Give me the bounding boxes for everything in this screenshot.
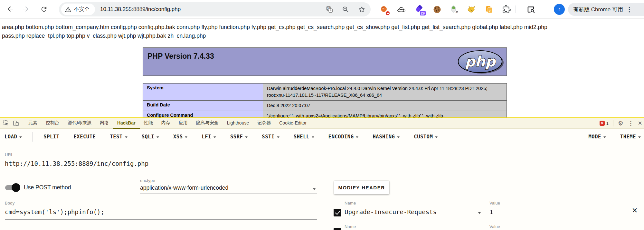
extension-icon-cookie[interactable] (432, 4, 442, 15)
extension-count-badge: 29 (419, 10, 426, 16)
url-field-input[interactable]: http://10.11.38.255:8889/inc/config.php (5, 160, 148, 167)
enctype-dropdown-arrow-icon[interactable] (313, 188, 316, 190)
header-name-label: Name (345, 224, 356, 229)
back-arrow-icon (6, 5, 14, 13)
chevron-down-icon (397, 136, 400, 138)
tab-sources[interactable]: 源代码/来源 (63, 118, 96, 129)
address-bar[interactable]: 不安全 10.11.38.255:8889/inc/config.php G (59, 2, 371, 16)
menu-xss[interactable]: XSS (173, 134, 188, 140)
error-x-icon: ✕ (600, 121, 605, 126)
header-name-select[interactable]: Upgrade-Insecure-Requests (345, 208, 437, 215)
body-field-input[interactable]: cmd=system('ls');phpinfo(); (5, 208, 104, 215)
url-field-underline (5, 171, 639, 171)
extension-icon-js-toggle[interactable]: JS (449, 4, 459, 15)
devtools-settings-button[interactable]: ⚙ (618, 120, 623, 127)
back-button[interactable] (4, 3, 17, 15)
browser-menu-kebab-icon[interactable]: ⋮ (626, 6, 632, 13)
devtools-menu-kebab-icon[interactable]: ⋮ (628, 120, 633, 127)
extension-icon-purple-stack[interactable]: 29 (414, 4, 424, 15)
header-enabled-checkbox[interactable] (334, 228, 341, 230)
extension-icon-blocker[interactable] (379, 4, 389, 15)
header-value-input[interactable]: 1 (489, 208, 493, 215)
extension-icon-copy-docs[interactable] (484, 4, 494, 15)
header-enabled-checkbox[interactable] (334, 209, 341, 216)
menu-ssti[interactable]: SSTI (262, 134, 279, 140)
body-field-underline (5, 219, 317, 220)
body-field-label: Body (5, 201, 14, 205)
menu-sqli[interactable]: SQLI (142, 134, 159, 140)
menu-shell[interactable]: SHELL (294, 134, 314, 140)
post-method-label: Use POST method (24, 184, 71, 191)
menu-split[interactable]: SPLIT (43, 134, 59, 140)
tab-lighthouse[interactable]: Lighthouse (223, 118, 253, 129)
chrome-update-button[interactable]: 有新版 Chrome 可用 ⋮ (568, 3, 644, 16)
extension-icon-cat[interactable] (467, 4, 477, 15)
menu-lfi[interactable]: LFI (202, 134, 216, 140)
chevron-down-icon (435, 136, 438, 138)
tab-memory[interactable]: 内存 (157, 118, 175, 129)
hackbar-menu-right: MODE THEME (574, 134, 644, 140)
chevron-down-icon (277, 136, 279, 138)
extension-icon-white-hat[interactable] (396, 4, 406, 15)
chevron-down-icon (356, 136, 358, 138)
zoom-out-button[interactable] (342, 5, 349, 13)
tab-hackbar[interactable]: HackBar (113, 118, 140, 129)
menu-test[interactable]: TEST (110, 134, 127, 140)
php-version-title: PHP Version 7.4.33 (147, 52, 214, 61)
tab-performance[interactable]: 性能 (140, 118, 157, 129)
reload-button[interactable] (37, 3, 50, 15)
menu-separator (32, 132, 33, 142)
row-value: './configure' '--with-apxs2=/Application… (263, 111, 507, 118)
file-list-line-2: pass.php replace_tpl.php top.php v_class… (2, 33, 643, 39)
device-toolbar-button[interactable] (12, 119, 20, 127)
enctype-select[interactable]: application/x-www-form-urlencoded (140, 185, 228, 191)
url-text[interactable]: 10.11.38.255:8889/inc/config.php (100, 2, 181, 16)
profile-avatar[interactable]: r (554, 4, 565, 15)
tab-cookie-editor[interactable]: Cookie-Editor (275, 118, 311, 129)
devtools-close-button[interactable]: × (638, 119, 642, 127)
blocked-badge (385, 11, 390, 15)
menu-encoding[interactable]: ENCODING (328, 134, 359, 140)
extensions-menu-button[interactable] (501, 4, 512, 15)
url-field-label: URL (5, 152, 14, 157)
tab-application[interactable]: 应用 (175, 118, 192, 129)
site-security-chip[interactable]: 不安全 (61, 4, 95, 15)
devtools-tab-bar: 元素 控制台 源代码/来源 网络 HackBar 性能 内存 应用 隐私与安全 … (0, 118, 644, 129)
menu-load[interactable]: LOAD (5, 134, 22, 140)
url-port: :8889 (132, 6, 146, 13)
white-hat-icon (397, 5, 406, 14)
inspect-element-button[interactable] (2, 119, 10, 127)
php-logo: php (457, 49, 505, 75)
chevron-down-icon (156, 136, 159, 138)
svg-text:JS: JS (456, 11, 458, 13)
warning-triangle-icon (65, 6, 71, 13)
modify-header-button[interactable]: MODIFY HEADER (334, 181, 389, 194)
menu-theme[interactable]: THEME (620, 134, 641, 140)
tab-privacy-security[interactable]: 隐私与安全 (192, 118, 223, 129)
star-outline-icon (358, 6, 365, 13)
browser-window: 不安全 10.11.38.255:8889/inc/config.php G (0, 0, 644, 230)
tab-console[interactable]: 控制台 (42, 118, 63, 129)
browser-toolbar: 不安全 10.11.38.255:8889/inc/config.php G (0, 0, 644, 19)
menu-mode[interactable]: MODE (589, 134, 606, 140)
forward-button[interactable] (19, 3, 32, 15)
devtools-inspect-window-button[interactable] (526, 4, 536, 15)
translate-button[interactable]: G (326, 5, 333, 13)
menu-custom[interactable]: CUSTOM (414, 134, 438, 140)
hackbar-menu-bar: LOAD SPLIT EXECUTE TEST SQLI XSS LFI SSR… (0, 129, 644, 145)
remove-header-button[interactable]: ✕ (632, 206, 638, 215)
header-name-underline (345, 219, 487, 219)
menu-ssrf[interactable]: SSRF (230, 134, 248, 140)
bookmark-star-button[interactable] (358, 5, 365, 13)
menu-hashing[interactable]: HASHING (373, 134, 400, 140)
tab-elements[interactable]: 元素 (24, 118, 42, 129)
error-count-button[interactable]: ✕ 1 (600, 121, 609, 126)
forward-arrow-icon (22, 5, 30, 13)
chevron-down-icon (213, 136, 216, 138)
header-name-dropdown-arrow-icon[interactable] (478, 212, 481, 214)
chevron-down-icon (19, 136, 22, 138)
tab-recorder[interactable]: 记录器 (253, 118, 275, 129)
menu-execute[interactable]: EXECUTE (74, 134, 96, 140)
post-method-toggle-knob[interactable] (12, 183, 20, 192)
tab-network[interactable]: 网络 (96, 118, 113, 129)
